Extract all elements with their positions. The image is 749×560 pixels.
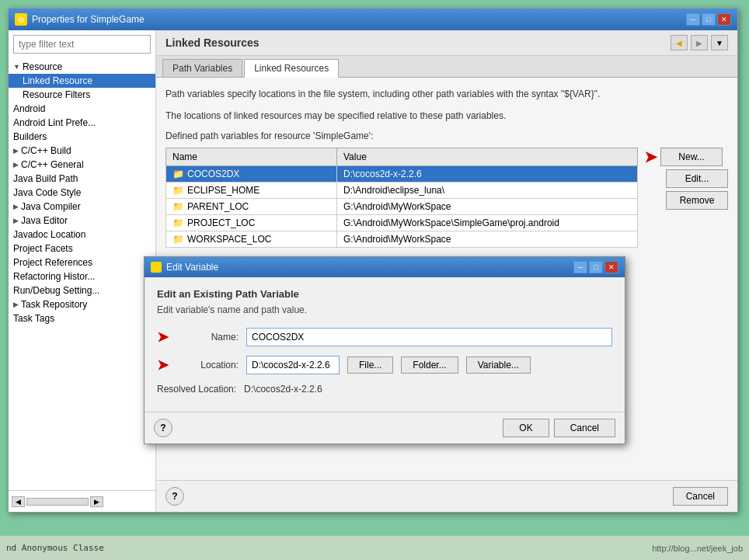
- new-button[interactable]: New...: [660, 148, 723, 166]
- sidebar-item-java-compiler[interactable]: ▶ Java Compiler: [9, 200, 155, 214]
- sidebar-item-task-repository[interactable]: ▶ Task Repository: [9, 297, 155, 311]
- new-arrow-indicator: ➤: [644, 148, 657, 166]
- url-hint: http://blog...net/jeek_job: [652, 544, 743, 553]
- sidebar-item-refactoring-history[interactable]: Refactoring Histor...: [9, 270, 155, 283]
- sidebar-item-task-tags[interactable]: Task Tags: [9, 311, 155, 325]
- dialog-help-button[interactable]: ?: [154, 419, 172, 437]
- resolved-location-row: Resolved Location: D:\cocos2d-x-2.2.6: [157, 384, 612, 395]
- sidebar-item-android[interactable]: Android: [9, 102, 155, 116]
- remove-button[interactable]: Remove: [666, 191, 728, 210]
- scroll-left-btn[interactable]: ◀: [12, 496, 25, 507]
- table-row[interactable]: 📁 COCOS2DX D:\cocos2d-x-2.2.6: [166, 166, 638, 183]
- filter-input[interactable]: [13, 35, 151, 54]
- dialog-title-left: Edit Variable: [151, 262, 218, 273]
- sidebar-item-builders[interactable]: Builders: [9, 130, 155, 144]
- table-row[interactable]: 📁 PARENT_LOC G:\Android\MyWorkSpace: [166, 199, 638, 215]
- variable-button[interactable]: Variable...: [466, 357, 531, 374]
- sidebar-item-resource[interactable]: ▼ Resource: [9, 60, 155, 74]
- sidebar-scrollbar[interactable]: [26, 498, 89, 506]
- table-cell-value: G:\Android\MyWorkSpace\SimpleGame\proj.a…: [337, 215, 638, 231]
- dialog-icon: [151, 262, 162, 273]
- folder-icon: 📁: [172, 217, 184, 228]
- dialog-close-button[interactable]: ✕: [604, 261, 618, 273]
- name-label: Name:: [176, 332, 239, 343]
- dialog-ok-button[interactable]: OK: [503, 419, 549, 437]
- table-cell-name: 📁 WORKSPACE_LOC: [166, 231, 337, 248]
- table-cell-value: G:\Android\MyWorkSpace: [337, 231, 638, 248]
- table-cell-name: 📁 PARENT_LOC: [166, 199, 337, 215]
- table-cell-value: G:\Android\MyWorkSpace: [337, 199, 638, 215]
- dialog-section-title: Edit an Existing Path Variable: [157, 288, 612, 300]
- back-button[interactable]: ◀: [671, 35, 688, 50]
- variables-table: Name Value 📁 COCOS2DX: [165, 148, 638, 248]
- minimize-button[interactable]: ─: [686, 13, 700, 26]
- sidebar-item-linked-resource[interactable]: Linked Resource: [9, 74, 155, 88]
- bottom-bar: ? Cancel: [156, 480, 737, 512]
- status-text: nd Anonymous Classe: [6, 543, 104, 553]
- sidebar-item-label: C/C++ Build: [21, 145, 71, 156]
- sidebar-item-run-debug[interactable]: Run/Debug Setting...: [9, 283, 155, 297]
- sidebar-item-resource-filters[interactable]: Resource Filters: [9, 88, 155, 102]
- sidebar-item-android-lint[interactable]: Android Lint Prefe...: [9, 116, 155, 130]
- dialog-title-controls[interactable]: ─ □ ✕: [573, 261, 618, 273]
- sidebar-item-label: Linked Resource: [23, 75, 92, 86]
- resolved-value: D:\cocos2d-x-2.2.6: [244, 384, 322, 395]
- name-input[interactable]: [246, 328, 612, 346]
- sidebar-item-java-build-path[interactable]: Java Build Path: [9, 172, 155, 186]
- sidebar-item-project-facets[interactable]: Project Facets: [9, 242, 155, 256]
- help-button[interactable]: ?: [165, 487, 184, 506]
- table-row[interactable]: 📁 PROJECT_LOC G:\Android\MyWorkSpace\Sim…: [166, 215, 638, 231]
- location-row: ➤ Location: File... Folder... Variable..…: [157, 356, 612, 374]
- dropdown-button[interactable]: ▼: [711, 35, 728, 50]
- expand-arrow: ▶: [13, 301, 19, 308]
- tab-linked-resources[interactable]: Linked Resources: [244, 59, 339, 78]
- table-cell-value: D:\Android\eclipse_luna\: [337, 183, 638, 199]
- folder-icon: 📁: [172, 201, 184, 212]
- dialog-cancel-button[interactable]: Cancel: [554, 419, 615, 437]
- table-cell-name: 📁 ECLIPSE_HOME: [166, 183, 337, 199]
- sidebar-item-cpp-build[interactable]: ▶ C/C++ Build: [9, 144, 155, 158]
- table-row[interactable]: 📁 ECLIPSE_HOME D:\Android\eclipse_luna\: [166, 183, 638, 199]
- file-button[interactable]: File...: [347, 357, 393, 374]
- tab-path-variables[interactable]: Path Variables: [162, 59, 242, 77]
- folder-icon: 📁: [172, 234, 184, 245]
- sidebar-item-label: Refactoring Histor...: [13, 271, 95, 282]
- forward-button[interactable]: ▶: [691, 35, 708, 50]
- sidebar-item-label: Java Code Style: [13, 187, 81, 198]
- window-icon: ⚙: [15, 13, 27, 26]
- title-controls[interactable]: ─ □ ✕: [686, 13, 731, 26]
- dialog-maximize-button[interactable]: □: [589, 261, 603, 273]
- resolved-label: Resolved Location:: [157, 384, 236, 395]
- table-cell-name: 📁 COCOS2DX: [166, 166, 337, 183]
- edit-dialog: Edit Variable ─ □ ✕ Edit an Existing Pat…: [144, 256, 625, 444]
- location-input[interactable]: [246, 356, 340, 374]
- action-buttons-area: ➤ New... Edit... Remove: [644, 148, 728, 248]
- name-arrow-indicator: ➤: [157, 329, 169, 346]
- panel-title: Linked Resources: [165, 37, 260, 49]
- sidebar-item-javadoc-location[interactable]: Javadoc Location: [9, 228, 155, 242]
- sidebar-item-project-references[interactable]: Project References: [9, 256, 155, 270]
- sidebar-item-label: Android Lint Prefe...: [13, 117, 96, 128]
- dialog-bottom-buttons: OK Cancel: [503, 419, 615, 437]
- table-row[interactable]: 📁 WORKSPACE_LOC G:\Android\MyWorkSpace: [166, 231, 638, 248]
- title-bar-left: ⚙ Properties for SimpleGame: [15, 13, 145, 26]
- sidebar-item-java-code-style[interactable]: Java Code Style: [9, 186, 155, 200]
- dialog-minimize-button[interactable]: ─: [573, 261, 587, 273]
- edit-button[interactable]: Edit...: [666, 169, 728, 188]
- tree-area: ▼ Resource Linked Resource Resource Filt…: [9, 58, 155, 490]
- folder-button[interactable]: Folder...: [401, 357, 458, 374]
- scroll-right-btn[interactable]: ▶: [90, 496, 103, 507]
- sidebar-item-java-editor[interactable]: ▶ Java Editor: [9, 214, 155, 228]
- maximize-button[interactable]: □: [702, 13, 716, 26]
- dialog-title-bar: Edit Variable ─ □ ✕: [145, 257, 625, 277]
- dialog-title: Edit Variable: [166, 262, 218, 273]
- sidebar-item-label: Task Repository: [21, 299, 87, 310]
- sidebar: ▼ Resource Linked Resource Resource Filt…: [9, 30, 156, 512]
- cancel-button[interactable]: Cancel: [673, 487, 728, 506]
- tabs-container: Path Variables Linked Resources: [156, 56, 737, 78]
- close-button[interactable]: ✕: [717, 13, 731, 26]
- folder-icon: 📁: [172, 185, 184, 196]
- sidebar-item-cpp-general[interactable]: ▶ C/C++ General: [9, 158, 155, 172]
- sidebar-item-label: Resource Filters: [23, 89, 90, 100]
- location-arrow-indicator: ➤: [157, 357, 169, 374]
